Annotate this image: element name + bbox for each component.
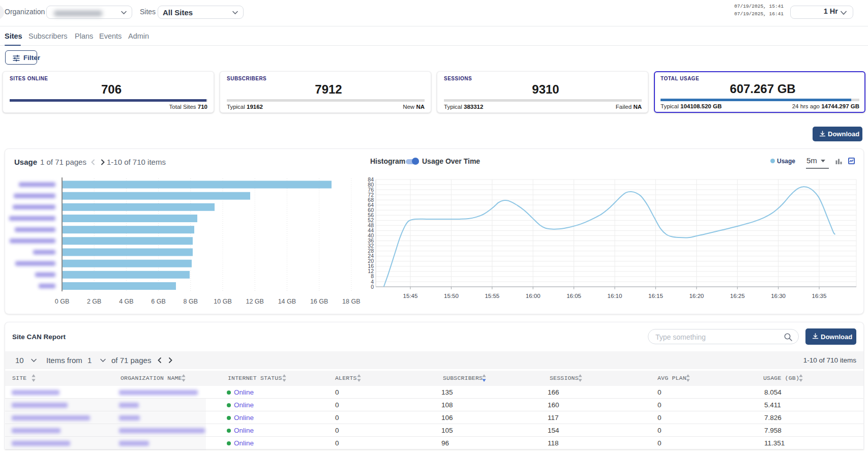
- svg-text:12 GB: 12 GB: [246, 298, 263, 305]
- svg-text:16:20: 16:20: [689, 293, 704, 299]
- svg-text:10 GB: 10 GB: [214, 298, 231, 305]
- svg-text:16:25: 16:25: [730, 293, 745, 299]
- svg-text:16:00: 16:00: [526, 293, 541, 299]
- svg-text:15:50: 15:50: [444, 293, 459, 299]
- svg-text:14 GB: 14 GB: [278, 298, 296, 305]
- svg-text:4 GB: 4 GB: [119, 298, 134, 305]
- svg-text:15:55: 15:55: [485, 293, 499, 299]
- svg-text:16:30: 16:30: [771, 293, 786, 299]
- svg-text:16:15: 16:15: [648, 293, 663, 299]
- svg-text:16:35: 16:35: [812, 293, 827, 299]
- svg-text:2 GB: 2 GB: [87, 298, 102, 305]
- svg-text:16:10: 16:10: [608, 293, 622, 299]
- svg-text:15:45: 15:45: [403, 293, 418, 299]
- svg-text:84: 84: [368, 176, 374, 183]
- svg-text:0 GB: 0 GB: [55, 298, 70, 305]
- svg-text:18 GB: 18 GB: [342, 298, 360, 305]
- svg-text:16 GB: 16 GB: [310, 298, 328, 305]
- svg-text:8 GB: 8 GB: [184, 298, 198, 305]
- svg-text:6 GB: 6 GB: [151, 298, 166, 305]
- svg-text:16:05: 16:05: [566, 293, 581, 299]
